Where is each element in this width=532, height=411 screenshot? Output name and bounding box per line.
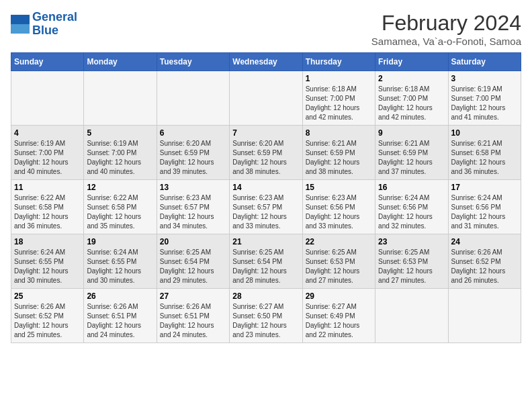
calendar-cell: 4Sunrise: 6:19 AMSunset: 7:00 PMDaylight…: [11, 126, 84, 180]
day-info: Sunrise: 6:25 AMSunset: 6:54 PMDaylight:…: [160, 248, 226, 285]
header: General Blue February 2024 Samamea, Va`a…: [11, 11, 521, 47]
day-number: 17: [451, 183, 518, 192]
logo-general: General: [32, 10, 77, 24]
calendar-cell: 6Sunrise: 6:20 AMSunset: 6:59 PMDaylight…: [157, 126, 229, 180]
day-number: 1: [306, 74, 372, 83]
calendar-week-row: 4Sunrise: 6:19 AMSunset: 7:00 PMDaylight…: [11, 126, 521, 180]
calendar-title: February 2024: [371, 11, 521, 36]
calendar-cell: 3Sunrise: 6:19 AMSunset: 7:00 PMDaylight…: [448, 71, 521, 126]
calendar-cell: 18Sunrise: 6:24 AMSunset: 6:55 PMDayligh…: [11, 234, 84, 289]
calendar-cell: 15Sunrise: 6:23 AMSunset: 6:56 PMDayligh…: [302, 180, 375, 234]
calendar-cell: 22Sunrise: 6:25 AMSunset: 6:53 PMDayligh…: [302, 234, 375, 289]
calendar-cell: [230, 71, 302, 126]
calendar-cell: 8Sunrise: 6:21 AMSunset: 6:59 PMDaylight…: [302, 126, 375, 180]
day-info: Sunrise: 6:26 AMSunset: 6:51 PMDaylight:…: [87, 302, 153, 340]
day-info: Sunrise: 6:23 AMSunset: 6:57 PMDaylight:…: [232, 193, 299, 231]
day-info: Sunrise: 6:26 AMSunset: 6:52 PMDaylight:…: [14, 302, 81, 340]
calendar-cell: [84, 71, 157, 126]
calendar-week-row: 25Sunrise: 6:26 AMSunset: 6:52 PMDayligh…: [11, 289, 521, 343]
calendar-cell: 26Sunrise: 6:26 AMSunset: 6:51 PMDayligh…: [84, 289, 157, 343]
calendar-cell: 11Sunrise: 6:22 AMSunset: 6:58 PMDayligh…: [11, 180, 84, 234]
day-info: Sunrise: 6:22 AMSunset: 6:58 PMDaylight:…: [14, 193, 81, 231]
day-number: 20: [160, 237, 226, 246]
day-info: Sunrise: 6:27 AMSunset: 6:50 PMDaylight:…: [232, 302, 299, 340]
weekday-header: Thursday: [302, 53, 375, 71]
day-info: Sunrise: 6:19 AMSunset: 7:00 PMDaylight:…: [451, 85, 518, 122]
weekday-header: Sunday: [11, 53, 84, 71]
calendar-cell: 5Sunrise: 6:19 AMSunset: 7:00 PMDaylight…: [84, 126, 157, 180]
weekday-header: Friday: [375, 53, 448, 71]
calendar-cell: 20Sunrise: 6:25 AMSunset: 6:54 PMDayligh…: [157, 234, 229, 289]
calendar-cell: 19Sunrise: 6:24 AMSunset: 6:55 PMDayligh…: [84, 234, 157, 289]
day-number: 9: [378, 128, 445, 138]
logo-icon: [11, 15, 30, 34]
calendar-cell: [157, 71, 229, 126]
calendar-cell: 23Sunrise: 6:25 AMSunset: 6:53 PMDayligh…: [375, 234, 448, 289]
day-number: 22: [306, 237, 372, 246]
day-number: 21: [232, 237, 299, 246]
day-info: Sunrise: 6:19 AMSunset: 7:00 PMDaylight:…: [14, 139, 81, 177]
day-number: 5: [87, 128, 153, 138]
calendar-cell: 14Sunrise: 6:23 AMSunset: 6:57 PMDayligh…: [230, 180, 302, 234]
weekday-header: Saturday: [448, 53, 521, 71]
calendar-body: 1Sunrise: 6:18 AMSunset: 7:00 PMDaylight…: [11, 71, 521, 343]
day-number: 12: [87, 183, 153, 192]
title-area: February 2024 Samamea, Va`a-o-Fonoti, Sa…: [371, 11, 521, 47]
day-number: 29: [306, 291, 372, 301]
day-info: Sunrise: 6:26 AMSunset: 6:52 PMDaylight:…: [451, 248, 518, 285]
day-info: Sunrise: 6:23 AMSunset: 6:56 PMDaylight:…: [306, 193, 372, 231]
day-number: 15: [306, 183, 372, 192]
day-number: 3: [451, 74, 518, 83]
day-info: Sunrise: 6:18 AMSunset: 7:00 PMDaylight:…: [378, 85, 445, 122]
calendar-cell: 13Sunrise: 6:23 AMSunset: 6:57 PMDayligh…: [157, 180, 229, 234]
day-info: Sunrise: 6:24 AMSunset: 6:55 PMDaylight:…: [14, 248, 81, 285]
calendar-week-row: 11Sunrise: 6:22 AMSunset: 6:58 PMDayligh…: [11, 180, 521, 234]
calendar-cell: [448, 289, 521, 343]
calendar-cell: 21Sunrise: 6:25 AMSunset: 6:54 PMDayligh…: [230, 234, 302, 289]
calendar-week-row: 18Sunrise: 6:24 AMSunset: 6:55 PMDayligh…: [11, 234, 521, 289]
day-number: 13: [160, 183, 226, 192]
day-number: 11: [14, 183, 81, 192]
day-info: Sunrise: 6:24 AMSunset: 6:55 PMDaylight:…: [87, 248, 153, 285]
logo: General Blue: [11, 11, 77, 38]
day-info: Sunrise: 6:20 AMSunset: 6:59 PMDaylight:…: [232, 139, 299, 177]
weekday-header: Tuesday: [157, 53, 229, 71]
day-number: 18: [14, 237, 81, 246]
day-number: 14: [232, 183, 299, 192]
day-number: 25: [14, 291, 81, 301]
calendar-cell: 17Sunrise: 6:24 AMSunset: 6:56 PMDayligh…: [448, 180, 521, 234]
logo-blue: Blue: [32, 24, 58, 37]
day-info: Sunrise: 6:24 AMSunset: 6:56 PMDaylight:…: [378, 193, 445, 231]
day-number: 27: [160, 291, 226, 301]
calendar-cell: 16Sunrise: 6:24 AMSunset: 6:56 PMDayligh…: [375, 180, 448, 234]
day-number: 26: [87, 291, 153, 301]
day-info: Sunrise: 6:23 AMSunset: 6:57 PMDaylight:…: [160, 193, 226, 231]
weekday-header-row: SundayMondayTuesdayWednesdayThursdayFrid…: [11, 53, 521, 71]
calendar-table: SundayMondayTuesdayWednesdayThursdayFrid…: [11, 52, 521, 343]
calendar-cell: [375, 289, 448, 343]
day-number: 8: [306, 128, 372, 138]
calendar-subtitle: Samamea, Va`a-o-Fonoti, Samoa: [371, 36, 521, 47]
calendar-cell: 27Sunrise: 6:26 AMSunset: 6:51 PMDayligh…: [157, 289, 229, 343]
calendar-cell: 10Sunrise: 6:21 AMSunset: 6:58 PMDayligh…: [448, 126, 521, 180]
calendar-cell: 1Sunrise: 6:18 AMSunset: 7:00 PMDaylight…: [302, 71, 375, 126]
calendar-cell: [11, 71, 84, 126]
calendar-cell: 24Sunrise: 6:26 AMSunset: 6:52 PMDayligh…: [448, 234, 521, 289]
calendar-cell: 29Sunrise: 6:27 AMSunset: 6:49 PMDayligh…: [302, 289, 375, 343]
day-info: Sunrise: 6:26 AMSunset: 6:51 PMDaylight:…: [160, 302, 226, 340]
day-info: Sunrise: 6:21 AMSunset: 6:59 PMDaylight:…: [378, 139, 445, 177]
calendar-week-row: 1Sunrise: 6:18 AMSunset: 7:00 PMDaylight…: [11, 71, 521, 126]
day-number: 16: [378, 183, 445, 192]
day-info: Sunrise: 6:19 AMSunset: 7:00 PMDaylight:…: [87, 139, 153, 177]
weekday-header: Monday: [84, 53, 157, 71]
calendar-header: SundayMondayTuesdayWednesdayThursdayFrid…: [11, 53, 521, 71]
day-info: Sunrise: 6:25 AMSunset: 6:53 PMDaylight:…: [306, 248, 372, 285]
day-number: 2: [378, 74, 445, 83]
day-number: 10: [451, 128, 518, 138]
day-number: 24: [451, 237, 518, 246]
logo-text: General Blue: [32, 11, 77, 38]
day-number: 28: [232, 291, 299, 301]
day-info: Sunrise: 6:22 AMSunset: 6:58 PMDaylight:…: [87, 193, 153, 231]
day-info: Sunrise: 6:25 AMSunset: 6:54 PMDaylight:…: [232, 248, 299, 285]
day-info: Sunrise: 6:18 AMSunset: 7:00 PMDaylight:…: [306, 85, 372, 122]
